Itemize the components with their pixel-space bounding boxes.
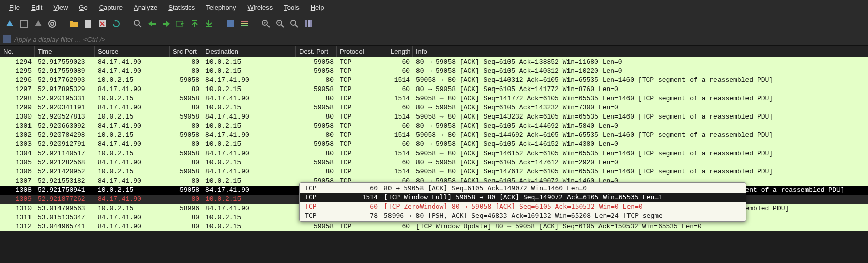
column-dest-port[interactable]: Dest. Port bbox=[296, 46, 337, 57]
svg-rect-14 bbox=[241, 23, 248, 24]
menu-help[interactable]: Help bbox=[306, 2, 330, 13]
svg-rect-12 bbox=[227, 20, 234, 27]
packet-row[interactable]: 131253.04496574184.17.41.908010.0.2.1559… bbox=[0, 222, 868, 231]
svg-rect-25 bbox=[305, 20, 307, 27]
stop-capture-icon[interactable] bbox=[18, 18, 29, 30]
auto-scroll-icon[interactable] bbox=[225, 18, 236, 30]
svg-rect-13 bbox=[241, 21, 248, 22]
svg-line-17 bbox=[267, 25, 270, 27]
capture-options-icon[interactable] bbox=[47, 18, 58, 30]
packet-row[interactable]: 129452.91755902384.17.41.908010.0.2.1559… bbox=[0, 57, 868, 67]
svg-point-23 bbox=[291, 20, 296, 25]
zoom-in-icon[interactable] bbox=[260, 18, 272, 30]
tooltip-row: TCP1514[TCP Window Full] 59058 → 80 [ACK… bbox=[300, 193, 746, 202]
reload-icon[interactable] bbox=[111, 18, 122, 30]
go-forward-icon[interactable] bbox=[161, 18, 172, 30]
resize-columns-icon[interactable] bbox=[303, 18, 314, 30]
menu-edit[interactable]: Edit bbox=[26, 2, 47, 13]
column-source[interactable]: Source bbox=[95, 46, 170, 57]
go-back-icon[interactable] bbox=[146, 18, 158, 30]
column-info[interactable]: Info bbox=[413, 46, 860, 57]
save-file-icon[interactable] bbox=[82, 18, 94, 30]
packet-row[interactable]: 130352.92091279184.17.41.908010.0.2.1559… bbox=[0, 140, 868, 149]
tooltip-row: TCP6080 → 59058 [ACK] Seq=6105 Ack=14907… bbox=[300, 184, 746, 193]
close-file-icon[interactable] bbox=[97, 18, 108, 30]
svg-rect-0 bbox=[20, 20, 27, 27]
column-length[interactable]: Length bbox=[387, 46, 413, 57]
packet-row[interactable]: 129552.91755908984.17.41.908010.0.2.1559… bbox=[0, 67, 868, 76]
packet-row[interactable]: 130252.92078429810.0.2.155905884.17.41.9… bbox=[0, 131, 868, 140]
menu-analyze[interactable]: Analyze bbox=[129, 2, 162, 13]
colorize-icon[interactable] bbox=[239, 18, 250, 30]
bookmark-icon[interactable] bbox=[3, 35, 11, 43]
menu-file[interactable]: File bbox=[4, 2, 25, 13]
packet-row[interactable]: 130452.92114051710.0.2.155905884.17.41.9… bbox=[0, 149, 868, 158]
packet-row[interactable]: 129852.92019533110.0.2.155905884.17.41.9… bbox=[0, 94, 868, 103]
start-capture-icon[interactable] bbox=[4, 18, 15, 30]
svg-point-7 bbox=[134, 20, 139, 25]
svg-line-24 bbox=[295, 25, 298, 27]
packet-row[interactable]: 130552.92128256884.17.41.908010.0.2.1559… bbox=[0, 158, 868, 167]
column-src-port[interactable]: Src Port bbox=[170, 46, 202, 57]
menubar: File Edit View Go Capture Analyze Statis… bbox=[0, 0, 868, 15]
packet-row[interactable]: 130152.92066309284.17.41.908010.0.2.1559… bbox=[0, 122, 868, 131]
menu-tools[interactable]: Tools bbox=[279, 2, 304, 13]
svg-rect-5 bbox=[86, 22, 90, 22]
column-protocol[interactable]: Protocol bbox=[337, 46, 387, 57]
menu-view[interactable]: View bbox=[48, 2, 73, 13]
find-icon[interactable] bbox=[132, 18, 143, 30]
svg-line-21 bbox=[281, 25, 284, 27]
column-no[interactable]: No. bbox=[0, 46, 35, 57]
packet-row[interactable]: 130652.92142095210.0.2.155905884.17.41.9… bbox=[0, 167, 868, 177]
zoom-out-icon[interactable] bbox=[275, 18, 286, 30]
filter-bar bbox=[0, 33, 868, 46]
packet-row[interactable]: 130052.92052781310.0.2.155905884.17.41.9… bbox=[0, 112, 868, 122]
go-first-icon[interactable] bbox=[189, 18, 200, 30]
open-file-icon[interactable] bbox=[68, 18, 79, 30]
display-filter-input[interactable] bbox=[14, 36, 865, 43]
svg-rect-15 bbox=[241, 25, 248, 26]
restart-capture-icon[interactable] bbox=[33, 18, 44, 30]
svg-rect-27 bbox=[310, 20, 312, 27]
svg-rect-4 bbox=[86, 21, 90, 21]
svg-point-1 bbox=[49, 20, 56, 27]
svg-line-8 bbox=[139, 25, 141, 27]
svg-rect-26 bbox=[308, 20, 310, 27]
column-destination[interactable]: Destination bbox=[202, 46, 296, 57]
tooltip-row: TCP7858996 → 80 [PSH, ACK] Seq=46833 Ack… bbox=[300, 211, 746, 220]
packet-row[interactable]: 129652.91776299310.0.2.155905884.17.41.9… bbox=[0, 76, 868, 85]
menu-go[interactable]: Go bbox=[74, 2, 93, 13]
packet-row[interactable]: 129752.91789532984.17.41.908010.0.2.1559… bbox=[0, 85, 868, 94]
column-time[interactable]: Time bbox=[35, 46, 95, 57]
menu-capture[interactable]: Capture bbox=[94, 2, 128, 13]
packet-row[interactable]: 129952.92034119184.17.41.908010.0.2.1559… bbox=[0, 103, 868, 112]
menu-statistics[interactable]: Statistics bbox=[163, 2, 200, 13]
packet-tooltip: TCP6080 → 59058 [ACK] Seq=6105 Ack=14907… bbox=[299, 182, 746, 222]
go-last-icon[interactable] bbox=[203, 18, 215, 30]
go-to-packet-icon[interactable] bbox=[175, 18, 186, 30]
packet-list-header: No. Time Source Src Port Destination Des… bbox=[0, 46, 868, 57]
toolbar bbox=[0, 15, 868, 33]
tooltip-row: TCP60[TCP ZeroWindow] 80 → 59058 [ACK] S… bbox=[300, 202, 746, 211]
packet-list[interactable]: 129452.91755902384.17.41.908010.0.2.1559… bbox=[0, 57, 868, 231]
menu-wireless[interactable]: Wireless bbox=[243, 2, 278, 13]
svg-point-2 bbox=[51, 22, 54, 25]
zoom-reset-icon[interactable] bbox=[289, 18, 300, 30]
menu-telephony[interactable]: Telephony bbox=[201, 2, 241, 13]
